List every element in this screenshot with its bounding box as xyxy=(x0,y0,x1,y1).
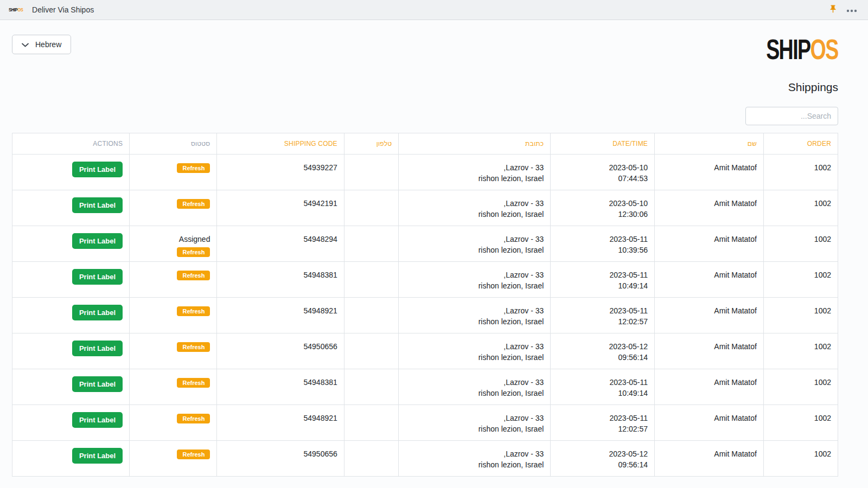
table-row: Print Label Refresh 54948921 ,Lazrov - 3… xyxy=(12,404,838,440)
column-header-name[interactable]: שם xyxy=(655,133,764,154)
address-line1: ,Lazrov - 33 xyxy=(405,305,544,316)
print-label-button[interactable]: Print Label xyxy=(72,341,123,356)
address-cell: ,Lazrov - 33 rishon lezion, Israel xyxy=(399,369,551,404)
address-line1: ,Lazrov - 33 xyxy=(405,198,544,209)
print-label-button[interactable]: Print Label xyxy=(72,233,123,249)
actions-cell: Print Label xyxy=(12,440,130,476)
refresh-button[interactable]: Refresh xyxy=(177,306,210,316)
datetime-cell: 2023-05-12 09:56:14 xyxy=(551,333,655,369)
date-value: 2023-05-11 xyxy=(557,234,648,245)
order-cell: 1002 xyxy=(763,404,838,440)
actions-cell: Print Label xyxy=(12,226,130,261)
status-cell: Refresh xyxy=(130,154,217,190)
address-cell: ,Lazrov - 33 rishon lezion, Israel xyxy=(399,404,551,440)
status-cell: Refresh xyxy=(130,440,217,476)
refresh-button[interactable]: Refresh xyxy=(177,199,210,209)
table-row: Print Label Refresh 54939227 ,Lazrov - 3… xyxy=(12,154,838,190)
phone-cell xyxy=(344,333,398,369)
time-value: 12:02:57 xyxy=(557,316,648,327)
address-line2: rishon lezion, Israel xyxy=(405,316,544,327)
column-header-shipping_code[interactable]: SHIPPING CODE xyxy=(217,133,344,154)
date-value: 2023-05-10 xyxy=(557,198,648,209)
order-cell: 1002 xyxy=(763,154,838,190)
print-label-button[interactable]: Print Label xyxy=(72,162,123,177)
address-line2: rishon lezion, Israel xyxy=(405,352,544,363)
column-header-phone[interactable]: טלפון xyxy=(344,133,398,154)
print-label-button[interactable]: Print Label xyxy=(72,376,123,392)
datetime-cell: 2023-05-10 07:44:53 xyxy=(551,154,655,190)
time-value: 12:30:06 xyxy=(557,209,648,220)
phone-cell xyxy=(344,369,398,404)
topbar: SHIPOS Deliver Via Shipos xyxy=(0,0,868,20)
shipping-code-cell: 54950656 xyxy=(217,333,344,369)
refresh-button[interactable]: Refresh xyxy=(177,163,210,173)
status-cell: Refresh xyxy=(130,404,217,440)
address-line1: ,Lazrov - 33 xyxy=(405,341,544,352)
order-cell: 1002 xyxy=(763,297,838,333)
shipping-code-cell: 54942191 xyxy=(217,190,344,226)
shipping-code-cell: 54948921 xyxy=(217,404,344,440)
refresh-button[interactable]: Refresh xyxy=(177,271,210,280)
actions-cell: Print Label xyxy=(12,297,130,333)
phone-cell xyxy=(344,440,398,476)
page-title: Shippings xyxy=(12,81,838,94)
address-line2: rishon lezion, Israel xyxy=(405,280,544,291)
datetime-cell: 2023-05-11 12:02:57 xyxy=(551,404,655,440)
date-value: 2023-05-12 xyxy=(557,341,648,352)
refresh-button[interactable]: Refresh xyxy=(177,247,210,257)
more-options-button[interactable] xyxy=(846,6,857,14)
address-line2: rishon lezion, Israel xyxy=(405,245,544,255)
column-header-order[interactable]: ORDER xyxy=(763,133,838,154)
shipos-logo: SHIPOS xyxy=(767,36,839,63)
time-value: 09:56:14 xyxy=(557,352,648,363)
status-text: Assigned xyxy=(136,234,210,245)
search-input[interactable] xyxy=(745,107,838,125)
shipos-mini-logo: SHIPOS xyxy=(9,8,23,12)
name-cell: Amit Matatof xyxy=(655,154,764,190)
name-cell: Amit Matatof xyxy=(655,261,764,297)
refresh-button[interactable]: Refresh xyxy=(177,450,210,459)
order-cell: 1002 xyxy=(763,226,838,261)
address-line2: rishon lezion, Israel xyxy=(405,423,544,434)
date-value: 2023-05-10 xyxy=(557,162,648,173)
table-row: Print Label Refresh 54950656 ,Lazrov - 3… xyxy=(12,333,838,369)
phone-cell xyxy=(344,190,398,226)
shipping-code-cell: 54939227 xyxy=(217,154,344,190)
pin-button[interactable] xyxy=(828,4,838,15)
refresh-button[interactable]: Refresh xyxy=(177,378,210,388)
address-line1: ,Lazrov - 33 xyxy=(405,413,544,423)
table-row: Print Label Assigned Refresh 54948294 ,L… xyxy=(12,226,838,261)
actions-cell: Print Label xyxy=(12,333,130,369)
status-cell: Refresh xyxy=(130,369,217,404)
name-cell: Amit Matatof xyxy=(655,404,764,440)
print-label-button[interactable]: Print Label xyxy=(72,448,123,464)
date-value: 2023-05-12 xyxy=(557,448,648,459)
name-cell: Amit Matatof xyxy=(655,190,764,226)
time-value: 09:56:14 xyxy=(557,459,648,470)
actions-cell: Print Label xyxy=(12,261,130,297)
print-label-button[interactable]: Print Label xyxy=(72,269,123,285)
address-line1: ,Lazrov - 33 xyxy=(405,162,544,173)
datetime-cell: 2023-05-11 10:39:56 xyxy=(551,226,655,261)
datetime-cell: 2023-05-12 09:56:14 xyxy=(551,440,655,476)
address-cell: ,Lazrov - 33 rishon lezion, Israel xyxy=(399,190,551,226)
datetime-cell: 2023-05-11 10:49:14 xyxy=(551,261,655,297)
shipping-code-cell: 54948921 xyxy=(217,297,344,333)
table-header-row: ACTIONSסטטוסSHIPPING CODEטלפוןכתובתDATE/… xyxy=(12,133,838,154)
address-cell: ,Lazrov - 33 rishon lezion, Israel xyxy=(399,261,551,297)
print-label-button[interactable]: Print Label xyxy=(72,305,123,320)
language-dropdown[interactable]: Hebrew xyxy=(12,35,71,54)
chevron-down-icon xyxy=(22,40,29,49)
status-cell: Refresh xyxy=(130,333,217,369)
address-line2: rishon lezion, Israel xyxy=(405,173,544,184)
table-row: Print Label Refresh 54948921 ,Lazrov - 3… xyxy=(12,297,838,333)
column-header-datetime[interactable]: DATE/TIME xyxy=(551,133,655,154)
print-label-button[interactable]: Print Label xyxy=(72,197,123,213)
refresh-button[interactable]: Refresh xyxy=(177,342,210,352)
print-label-button[interactable]: Print Label xyxy=(72,412,123,428)
address-line2: rishon lezion, Israel xyxy=(405,388,544,399)
column-header-address[interactable]: כתובת xyxy=(399,133,551,154)
address-cell: ,Lazrov - 33 rishon lezion, Israel xyxy=(399,333,551,369)
shippings-table-body: Print Label Refresh 54939227 ,Lazrov - 3… xyxy=(12,154,838,476)
refresh-button[interactable]: Refresh xyxy=(177,414,210,423)
